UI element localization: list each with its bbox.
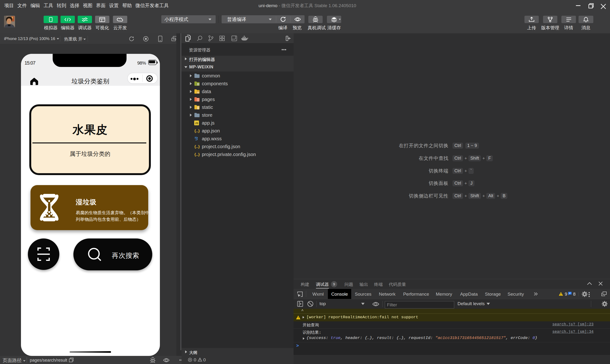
svg-text:{..}: {..}	[195, 152, 200, 157]
svg-text:3: 3	[195, 136, 198, 141]
svg-text:{..}: {..}	[195, 144, 200, 149]
svg-text:JS: JS	[195, 122, 198, 125]
svg-text:{..}: {..}	[195, 129, 200, 133]
